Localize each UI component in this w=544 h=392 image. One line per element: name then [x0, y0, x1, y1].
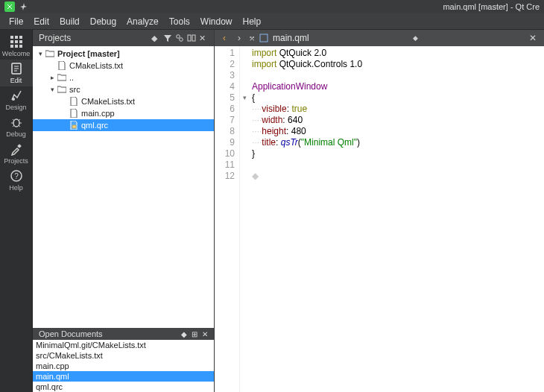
svg-rect-3 — [19, 36, 22, 39]
menu-build[interactable]: Build — [55, 15, 84, 28]
activity-bar: Welcome Edit Design Debug Projects ? Hel… — [0, 30, 33, 392]
svg-rect-30 — [260, 34, 268, 42]
menu-tools[interactable]: Tools — [165, 15, 194, 28]
svg-point-25 — [177, 35, 180, 39]
menu-analyze[interactable]: Analyze — [122, 15, 163, 28]
file-icon — [69, 97, 79, 106]
activity-projects-label: Projects — [4, 157, 28, 165]
chevron-down-icon[interactable]: ▾ — [36, 50, 45, 57]
open-documents-list[interactable]: MinimalQml.git/CMakeLists.txt src/CMakeL… — [33, 340, 214, 392]
tree-src[interactable]: ▾ src — [33, 83, 214, 95]
editor-area: ‹ › ⤱ main.qml ◆ ✕ 123456789101112 ▾ imp… — [215, 30, 544, 392]
svg-text:?: ? — [14, 172, 19, 180]
folder-icon — [57, 74, 67, 81]
svg-rect-4 — [10, 40, 13, 43]
filter-icon[interactable] — [163, 34, 172, 42]
activity-edit[interactable]: Edit — [0, 60, 33, 86]
activity-projects[interactable]: Projects — [0, 140, 33, 167]
qt-logo-icon — [4, 1, 15, 12]
activity-design-label: Design — [5, 104, 26, 111]
fold-column[interactable]: ▾ — [240, 46, 249, 392]
svg-rect-29 — [72, 125, 76, 128]
tree-item-qmlqrc[interactable]: qml.qrc — [33, 119, 214, 131]
svg-rect-2 — [15, 36, 18, 39]
line-numbers: 123456789101112 — [215, 46, 240, 392]
split-icon[interactable] — [187, 34, 196, 42]
activity-debug[interactable]: Debug — [0, 113, 33, 140]
activity-welcome[interactable]: Welcome — [0, 33, 33, 60]
open-doc-row[interactable]: main.cpp — [33, 361, 214, 371]
tree-root-label: Project [master] — [57, 49, 120, 58]
close-tab-icon[interactable]: ✕ — [526, 33, 540, 43]
nav-forward-icon[interactable]: › — [234, 33, 244, 43]
svg-rect-9 — [19, 45, 22, 48]
tree-item-maincpp[interactable]: main.cpp — [33, 107, 214, 119]
svg-rect-5 — [15, 40, 18, 43]
menu-help[interactable]: Help — [238, 15, 266, 28]
chevron-right-icon[interactable]: ▸ — [48, 74, 57, 81]
chevron-down-icon[interactable]: ▾ — [48, 86, 57, 93]
dropdown-icon[interactable]: ◆ — [181, 330, 187, 338]
editor-tab-name[interactable]: main.qml — [273, 33, 309, 43]
file-type-icon — [259, 34, 268, 42]
code-editor[interactable]: 123456789101112 ▾ import QtQuick 2.0impo… — [215, 46, 544, 392]
activity-design[interactable]: Design — [0, 86, 33, 113]
activity-edit-label: Edit — [10, 77, 22, 84]
svg-rect-7 — [10, 45, 13, 48]
tree-cmake-root[interactable]: CMakeLists.txt — [33, 60, 214, 72]
menubar: File Edit Build Debug Analyze Tools Wind… — [0, 13, 544, 30]
projects-panel-header: Projects ◆ ✕ — [33, 30, 214, 46]
nav-back-icon[interactable]: ‹ — [219, 33, 230, 43]
folder-icon — [45, 50, 55, 57]
activity-welcome-label: Welcome — [2, 50, 30, 57]
svg-line-18 — [13, 119, 14, 121]
titlebar: main.qml [master] - Qt Cre — [0, 0, 544, 13]
projects-panel-title: Projects — [39, 33, 71, 43]
close-panel-icon[interactable]: ✕ — [199, 34, 208, 42]
menu-debug[interactable]: Debug — [86, 15, 121, 28]
menu-file[interactable]: File — [4, 15, 28, 28]
menu-window[interactable]: Window — [196, 15, 237, 28]
open-doc-row[interactable]: MinimalQml.git/CMakeLists.txt — [33, 340, 214, 350]
tree-item-cmake[interactable]: CMakeLists.txt — [33, 95, 214, 107]
svg-rect-6 — [19, 40, 22, 43]
file-icon — [57, 61, 67, 70]
file-icon — [69, 109, 79, 118]
svg-line-21 — [19, 125, 20, 127]
open-doc-row[interactable]: main.qml — [33, 371, 214, 382]
open-doc-row[interactable]: qml.qrc — [33, 382, 214, 392]
tree-project-root[interactable]: ▾ Project [master] — [33, 48, 214, 60]
activity-help-label: Help — [9, 184, 23, 192]
svg-point-26 — [180, 38, 183, 42]
svg-rect-28 — [192, 35, 195, 41]
split-icon[interactable]: ⊞ — [192, 330, 197, 338]
svg-rect-1 — [10, 36, 13, 39]
svg-line-19 — [19, 119, 20, 121]
pin-icon[interactable] — [19, 2, 28, 11]
open-doc-row[interactable]: src/CMakeLists.txt — [33, 350, 214, 361]
activity-help[interactable]: ? Help — [0, 167, 33, 194]
window-title: main.qml [master] - Qt Cre — [443, 2, 540, 11]
dropdown-icon[interactable]: ◆ — [151, 34, 160, 42]
open-documents-header: Open Documents ◆ ⊞ ✕ — [33, 328, 214, 340]
link-icon[interactable] — [175, 34, 184, 42]
menu-edit[interactable]: Edit — [29, 15, 54, 28]
svg-rect-22 — [17, 144, 22, 148]
svg-point-14 — [12, 98, 15, 101]
dropdown-icon[interactable]: ◆ — [413, 34, 418, 42]
activity-debug-label: Debug — [6, 130, 26, 138]
lock-icon[interactable]: ⤱ — [249, 34, 255, 42]
open-documents-title: Open Documents — [39, 329, 103, 338]
editor-tabbar: ‹ › ⤱ main.qml ◆ ✕ — [215, 30, 544, 46]
svg-rect-8 — [15, 45, 18, 48]
tree-dotdot[interactable]: ▸ .. — [33, 72, 214, 83]
side-panel: Projects ◆ ✕ ▾ Project [master] CMakeLis… — [33, 30, 215, 392]
folder-icon — [57, 86, 67, 93]
svg-rect-27 — [188, 35, 191, 41]
file-locked-icon — [69, 121, 79, 130]
close-panel-icon[interactable]: ✕ — [202, 330, 208, 338]
project-tree[interactable]: ▾ Project [master] CMakeLists.txt ▸ .. ▾… — [33, 46, 214, 328]
svg-line-20 — [13, 125, 14, 127]
code-content[interactable]: import QtQuick 2.0import QtQuick.Control… — [249, 46, 544, 392]
